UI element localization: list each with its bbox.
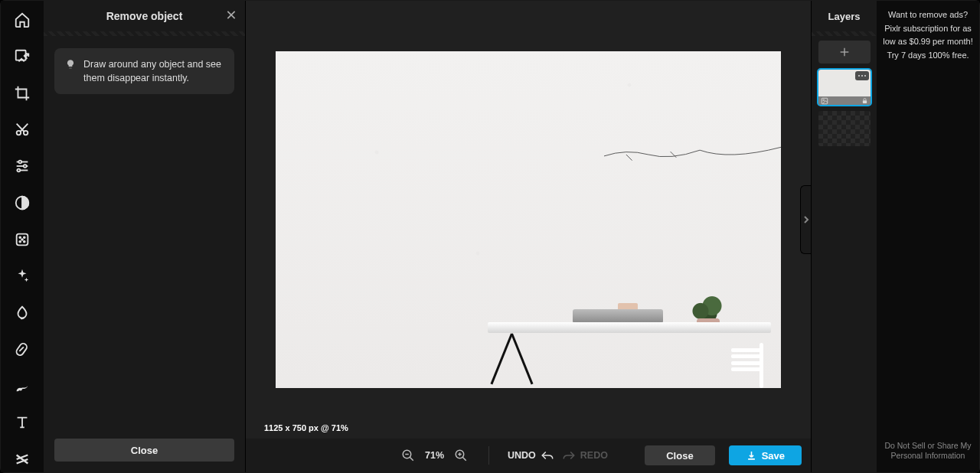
redo-button[interactable]: REDO [562,449,608,462]
image-type-icon [821,97,828,105]
zoom-level: 71% [425,450,444,461]
undo-label: UNDO [508,450,536,461]
svg-rect-34 [862,100,866,103]
panel-title: Remove object [106,10,183,22]
ad-line-3[interactable]: Try 7 days 100% free. [887,49,969,63]
layer-thumbnail-1[interactable] [818,70,871,105]
ai-icon[interactable] [7,263,38,289]
canvas[interactable] [276,51,781,388]
element-icon[interactable] [7,446,38,472]
tool-panel: Remove object Draw around any object and… [44,1,246,472]
retouch-icon[interactable] [7,337,38,363]
svg-point-15 [21,239,23,240]
panel-separator [44,31,245,36]
layers-title: Layers [812,1,877,31]
save-button[interactable]: Save [729,445,802,465]
history-controls: UNDO REDO [508,449,608,462]
tool-tip: Draw around any object and see them disa… [54,48,234,94]
draw-icon[interactable] [7,373,38,399]
divider [488,446,489,465]
adjust-icon[interactable] [7,153,38,179]
liquify-icon[interactable] [7,300,38,326]
svg-point-6 [18,161,21,164]
zoom-in-icon[interactable] [452,446,470,465]
toolbar [1,1,44,472]
svg-point-13 [19,241,21,243]
contrast-icon[interactable] [7,190,38,216]
lock-icon [861,97,868,104]
close-button[interactable]: Close [645,445,714,465]
svg-point-8 [18,169,21,172]
svg-point-33 [822,99,824,100]
add-layer-button[interactable] [818,41,871,64]
text-icon[interactable] [7,409,38,435]
svg-line-24 [410,457,413,461]
filter-icon[interactable] [7,227,38,253]
svg-point-11 [19,236,21,238]
save-label: Save [762,450,785,462]
zoom-controls: 71% [399,446,470,465]
download-icon [746,450,757,462]
crop-icon[interactable] [7,80,38,106]
canvas-frame [276,51,781,388]
svg-point-14 [24,241,25,243]
ad-line-2: Pixlr subscription for as low as $0.99 p… [883,22,973,49]
svg-line-17 [19,347,23,351]
cutout-icon[interactable] [7,117,38,143]
canvas-area[interactable]: 1125 x 750 px @ 71% [246,1,811,439]
close-icon[interactable] [225,9,237,24]
bottom-bar: 71% UNDO REDO Close Save [246,439,811,472]
panel-close-button[interactable]: Close [54,439,234,462]
privacy-link[interactable]: Do Not Sell or Share My Personal Informa… [883,441,973,465]
tip-text: Draw around any object and see them disa… [83,57,224,85]
bulb-icon [65,59,76,70]
panel-header: Remove object [44,1,245,31]
svg-point-1 [17,131,21,135]
svg-line-27 [462,457,466,461]
image-content [276,51,781,388]
arrange-icon[interactable] [7,44,38,70]
workspace: 1125 x 750 px @ 71% 71% UNDO REDO [246,1,811,472]
layer-thumbnail-2[interactable] [818,111,871,146]
zoom-out-icon[interactable] [399,446,417,465]
svg-point-2 [24,131,28,135]
svg-point-7 [24,165,27,168]
svg-point-12 [24,236,25,238]
ad-sidebar: Want to remove ads? Pixlr subscription f… [877,1,979,472]
canvas-dimensions: 1125 x 750 px @ 71% [264,423,348,432]
home-icon[interactable] [7,7,38,33]
ad-line-1: Want to remove ads? [888,8,968,22]
redo-label: REDO [580,450,608,461]
layer-options-icon[interactable] [855,71,869,80]
undo-button[interactable]: UNDO [508,449,554,462]
app-root: Remove object Draw around any object and… [0,0,980,473]
collapse-layers-icon[interactable] [800,185,811,254]
layers-separator [812,31,877,36]
layers-panel: Layers [811,1,877,472]
svg-rect-32 [822,98,828,104]
